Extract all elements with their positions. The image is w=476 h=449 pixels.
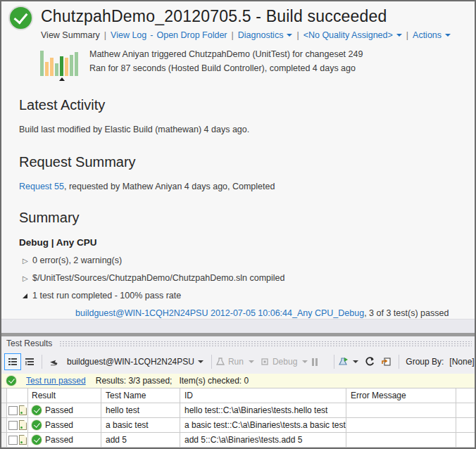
build-history-bar[interactable] bbox=[65, 58, 68, 76]
header-selector-cell bbox=[1, 388, 7, 403]
flat-list-view-button[interactable] bbox=[4, 353, 21, 370]
playlist-button[interactable] bbox=[46, 353, 63, 370]
export-results-button[interactable] bbox=[378, 353, 395, 370]
passed-icon bbox=[32, 405, 42, 415]
row-check-cell bbox=[7, 418, 28, 432]
run-flask-icon bbox=[215, 357, 225, 367]
document-scroll-gutter bbox=[1, 319, 475, 333]
header-filler-cell bbox=[456, 388, 475, 403]
nav-separator: | bbox=[406, 30, 408, 40]
nav-diagnostics-dropdown[interactable]: Diagnostics bbox=[238, 30, 284, 40]
error-message-cell bbox=[346, 433, 456, 447]
test-name-cell: hello test bbox=[101, 403, 180, 417]
test-id-cell: hello test::C:\a\Binaries\tests.hello te… bbox=[180, 403, 346, 417]
test-run-passed-link[interactable]: Test run passed bbox=[26, 376, 86, 386]
result-text: Passed bbox=[45, 405, 73, 415]
build-header: ChutzpahDemo_20120705.5 - Build succeede… bbox=[1, 1, 475, 40]
group-by-dropdown[interactable]: [None] bbox=[449, 357, 474, 367]
nav-open-drop-folder-link[interactable]: Open Drop Folder bbox=[156, 30, 227, 40]
column-header-result[interactable]: Result bbox=[28, 388, 101, 403]
passed-icon bbox=[32, 435, 42, 445]
nav-view-summary[interactable]: View Summary bbox=[41, 30, 100, 40]
build-configuration: Debug | Any CPU bbox=[19, 237, 475, 248]
test-results-title: Test Results bbox=[6, 339, 52, 348]
build-history-bar[interactable] bbox=[40, 51, 44, 76]
chevron-down-icon bbox=[287, 34, 292, 37]
build-history-bar[interactable] bbox=[50, 58, 54, 76]
row-filler-cell bbox=[456, 418, 475, 432]
test-run-link[interactable]: buildguest@WIN-1CQH2N24PSU 2012-07-05 10… bbox=[75, 308, 364, 318]
build-history-bar[interactable] bbox=[70, 55, 73, 76]
error-message-cell bbox=[346, 403, 456, 417]
run-after-build-dropdown[interactable] bbox=[338, 356, 358, 367]
debug-button-disabled[interactable]: Debug bbox=[260, 357, 308, 367]
hierarchy-view-button[interactable] bbox=[21, 353, 38, 370]
trigger-line2: Ran for 87 seconds (Hosted Build Control… bbox=[89, 61, 363, 75]
page-title: ChutzpahDemo_20120705.5 - Build succeede… bbox=[41, 7, 451, 26]
build-history-bar[interactable] bbox=[45, 62, 49, 76]
build-history-bar[interactable] bbox=[75, 52, 78, 76]
column-header-test-name[interactable]: Test Name bbox=[101, 388, 180, 403]
chevron-down-icon bbox=[445, 34, 451, 37]
playlist-run-icon bbox=[49, 356, 60, 367]
result-text: Passed bbox=[45, 420, 73, 430]
test-run-status-bar: Test run passed Results: 3/3 passed; Ite… bbox=[1, 374, 475, 388]
summary-tree: 0 error(s), 2 warning(s) $/UnitTest/Sour… bbox=[19, 255, 475, 319]
chevron-down-icon bbox=[396, 34, 402, 37]
run-label: Run bbox=[228, 357, 244, 367]
test-results-rows: Passed hello test hello test::C:\a\Binar… bbox=[1, 403, 475, 448]
column-header-id[interactable]: ID bbox=[180, 388, 346, 403]
debug-label: Debug bbox=[273, 357, 297, 367]
row-checkbox[interactable] bbox=[8, 436, 18, 445]
row-check-cell bbox=[7, 433, 28, 447]
run-button-disabled[interactable]: Run bbox=[215, 357, 254, 367]
latest-activity-heading: Latest Activity bbox=[19, 97, 475, 113]
result-cell: Passed bbox=[28, 418, 101, 432]
request-summary-body: Request 55, requested by Mathew Aniyan 4… bbox=[19, 182, 475, 191]
test-run-completed-item: 1 test run completed - 100% pass rate bbox=[32, 291, 181, 301]
test-file-icon bbox=[19, 405, 27, 415]
nav-actions-dropdown[interactable]: Actions bbox=[413, 30, 441, 40]
group-by-label: Group By: bbox=[406, 357, 444, 367]
request-55-link[interactable]: Request 55 bbox=[19, 182, 64, 191]
build-succeeded-check-icon bbox=[10, 7, 32, 29]
test-file-icon bbox=[19, 420, 27, 430]
test-results-grid: Result Test Name ID Error Message Passed… bbox=[1, 388, 475, 448]
row-check-cell bbox=[7, 403, 28, 417]
row-checkbox[interactable] bbox=[8, 421, 18, 430]
errors-warnings-item: 0 error(s), 2 warning(s) bbox=[32, 255, 122, 265]
test-results-title-bar[interactable]: Test Results bbox=[1, 336, 475, 350]
hierarchy-list-icon bbox=[24, 356, 35, 367]
table-row[interactable]: Passed hello test hello test::C:\a\Binar… bbox=[1, 403, 475, 418]
expander-collapsed-icon[interactable] bbox=[23, 274, 32, 282]
expander-expanded-icon[interactable] bbox=[23, 293, 32, 298]
build-history-bar[interactable] bbox=[60, 56, 63, 76]
toolbar-separator bbox=[211, 355, 212, 369]
row-selector[interactable] bbox=[1, 403, 7, 417]
row-selector[interactable] bbox=[1, 418, 7, 432]
test-runner-dropdown[interactable]: buildguest@WIN-1CQH2N24PSU bbox=[63, 355, 208, 369]
build-nav: View Summary | View Log - Open Drop Fold… bbox=[41, 30, 451, 40]
build-history-bar[interactable] bbox=[55, 63, 58, 76]
table-row[interactable]: Passed add 5 add 5::C:\a\Binaries\tests.… bbox=[1, 433, 475, 448]
test-id-cell: add 5::C:\a\Binaries\tests.add 5 bbox=[180, 433, 346, 447]
chevron-down-icon bbox=[302, 360, 308, 363]
row-selector[interactable] bbox=[1, 433, 7, 447]
column-header-error-message[interactable]: Error Message bbox=[346, 388, 456, 403]
refresh-button[interactable] bbox=[361, 353, 378, 370]
table-row[interactable]: Passed a basic test a basic test::C:\a\B… bbox=[1, 418, 475, 433]
row-checkbox[interactable] bbox=[8, 406, 18, 415]
row-filler-cell bbox=[456, 433, 475, 447]
nav-quality-dropdown[interactable]: <No Quality Assigned> bbox=[303, 30, 393, 40]
expander-collapsed-icon[interactable] bbox=[23, 257, 32, 265]
summary-heading: Summary bbox=[19, 210, 475, 226]
build-history-chart bbox=[40, 49, 80, 76]
latest-activity-body: Build last modified by Elastic Build (ma… bbox=[19, 125, 475, 134]
test-results-toolbar: buildguest@WIN-1CQH2N24PSU Run Debug bbox=[1, 350, 475, 374]
result-cell: Passed bbox=[28, 403, 101, 417]
run-after-build-icon bbox=[338, 356, 349, 367]
test-file-icon bbox=[19, 435, 27, 445]
trigger-line1: Mathew Aniyan triggered ChutzpahDemo (Un… bbox=[89, 47, 363, 61]
nav-view-log-link[interactable]: View Log bbox=[111, 30, 146, 40]
pause-button-disabled[interactable] bbox=[312, 358, 318, 366]
